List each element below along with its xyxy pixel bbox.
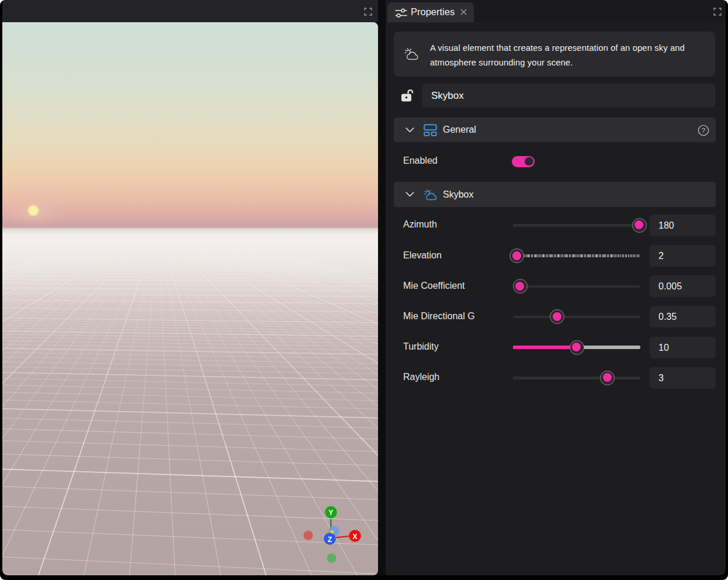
- svg-text:?: ?: [702, 127, 705, 134]
- svg-text:Z: Z: [328, 536, 332, 544]
- svg-text:X: X: [352, 533, 358, 541]
- svg-text:Y: Y: [328, 509, 334, 517]
